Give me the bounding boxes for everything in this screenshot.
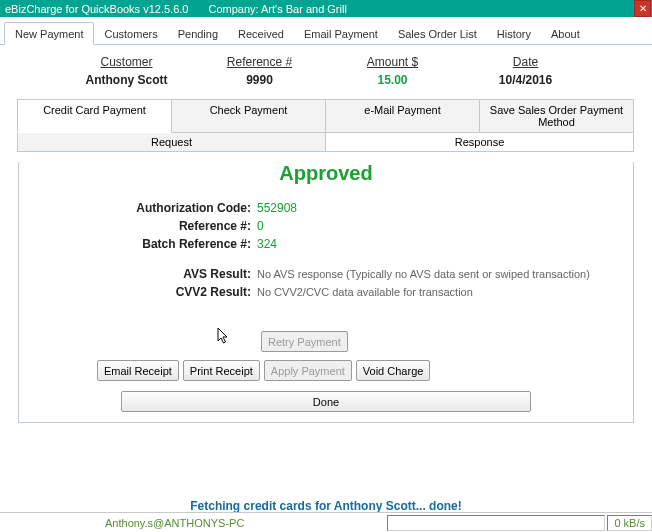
summary-date-header: Date [459,55,592,69]
auth-code-value: 552908 [257,199,297,217]
avs-result-value: No AVS response (Typically no AVS data s… [257,265,590,283]
app-title: eBizCharge for QuickBooks v12.5.6.0 [5,3,188,15]
summary-amount-value: 15.00 [326,73,459,87]
subtab-email[interactable]: e-Mail Payment [325,99,480,133]
auth-code-label: Authorization Code: [19,199,257,217]
tab-sales-order-list[interactable]: Sales Order List [388,23,487,44]
status-user: Anthony.s@ANTHONYS-PC [0,517,244,529]
company-title: Company: Art's Bar and Grill [208,3,346,15]
response-panel: Approved Authorization Code:552908 Refer… [18,162,634,423]
cvv2-result-label: CVV2 Result: [19,283,257,301]
tab-about[interactable]: About [541,23,590,44]
retry-payment-button[interactable]: Retry Payment [261,331,348,352]
tab-received[interactable]: Received [228,23,294,44]
status-message: Fetching credit cards for Anthony Scott.… [0,499,652,513]
approved-status: Approved [19,162,633,185]
subtab-response[interactable]: Response [325,133,634,152]
summary-customer-header: Customer [60,55,193,69]
subtab-check[interactable]: Check Payment [171,99,326,133]
batch-reference-value: 324 [257,235,277,253]
title-bar: eBizCharge for QuickBooks v12.5.6.0 Comp… [0,0,652,17]
subtab-request[interactable]: Request [17,133,326,152]
void-charge-button[interactable]: Void Charge [356,360,431,381]
print-receipt-button[interactable]: Print Receipt [183,360,260,381]
payment-summary: Customer Anthony Scott Reference # 9990 … [0,45,652,93]
payment-method-tabs: Credit Card Payment Check Payment e-Mail… [18,99,634,133]
tab-pending[interactable]: Pending [168,23,228,44]
apply-payment-button[interactable]: Apply Payment [264,360,352,381]
status-progress-area [387,515,605,531]
status-transfer-rate: 0 kB/s [607,515,652,531]
tab-email-payment[interactable]: Email Payment [294,23,388,44]
summary-amount-header: Amount $ [326,55,459,69]
summary-date-value: 10/4/2016 [459,73,592,87]
summary-customer-value: Anthony Scott [60,73,193,87]
subtab-credit-card[interactable]: Credit Card Payment [17,99,172,133]
tab-new-payment[interactable]: New Payment [4,22,94,45]
reference-label: Reference #: [19,217,257,235]
batch-reference-label: Batch Reference #: [19,235,257,253]
summary-reference-value: 9990 [193,73,326,87]
avs-result-label: AVS Result: [19,265,257,283]
request-response-tabs: Request Response [18,133,634,152]
done-button[interactable]: Done [121,391,531,412]
summary-reference-header: Reference # [193,55,326,69]
reference-value: 0 [257,217,264,235]
close-icon[interactable]: ✕ [634,0,651,17]
email-receipt-button[interactable]: Email Receipt [97,360,179,381]
tab-customers[interactable]: Customers [94,23,167,44]
response-details: Authorization Code:552908 Reference #:0 … [19,199,633,301]
subtab-save-method[interactable]: Save Sales Order Payment Method [479,99,634,133]
status-bar: Anthony.s@ANTHONYS-PC 0 kB/s [0,512,652,532]
main-tabs: New Payment Customers Pending Received E… [0,17,652,45]
tab-history[interactable]: History [487,23,541,44]
cvv2-result-value: No CVV2/CVC data available for transacti… [257,283,473,301]
